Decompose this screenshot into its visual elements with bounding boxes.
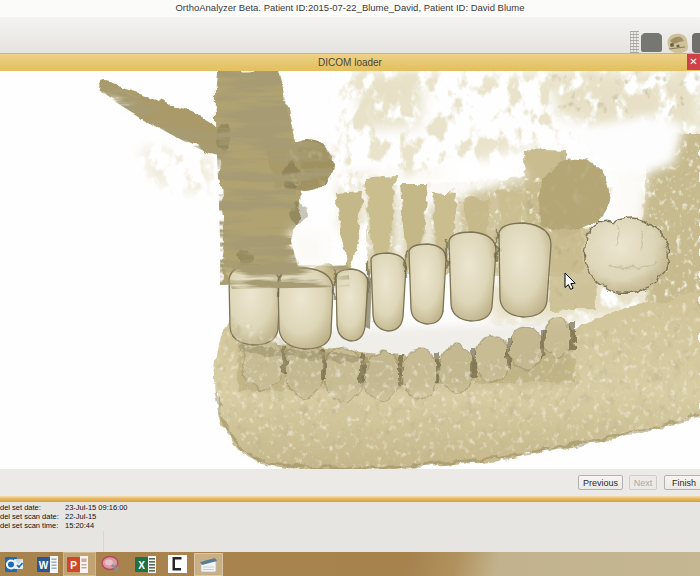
svg-text:X: X: [138, 560, 145, 571]
svg-text:W: W: [39, 560, 49, 571]
svg-text:P: P: [70, 560, 77, 571]
